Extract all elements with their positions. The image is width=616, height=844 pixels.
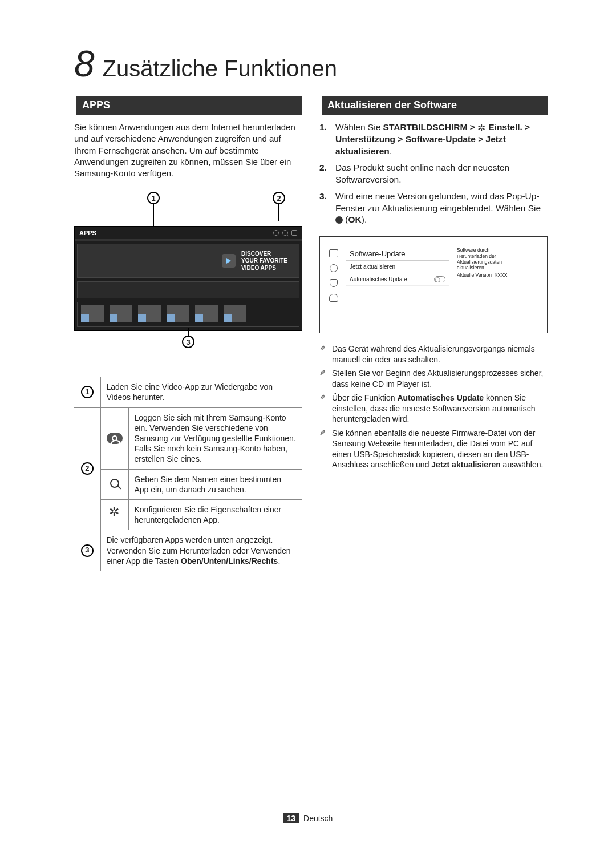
sw-desc-l3: Aktualisierungsdaten bbox=[457, 259, 541, 265]
notes-list: Das Gerät während des Aktualisierungsvor… bbox=[319, 344, 548, 470]
note4-bold: Jetzt aktualisieren bbox=[431, 460, 500, 469]
broadcast-icon[interactable] bbox=[330, 279, 338, 287]
legend-row-1: Laden Sie eine Video-App zur Wiedergabe … bbox=[100, 377, 302, 407]
note4-post: auswählen. bbox=[501, 460, 544, 469]
page-footer: 13 Deutsch bbox=[0, 813, 616, 823]
gear-icon bbox=[110, 508, 120, 519]
update-steps: Wählen Sie STARTBILDSCHIRM > Einstell. >… bbox=[319, 122, 548, 226]
cloud-icon[interactable] bbox=[329, 294, 338, 302]
note-3: Über die Funktion Automatisches Update k… bbox=[319, 393, 548, 424]
featured-line1: DISCOVER bbox=[241, 251, 271, 257]
app-tile[interactable] bbox=[138, 305, 161, 322]
search-icon[interactable] bbox=[282, 230, 288, 236]
apps-intro: Sie können Anwendungen aus dem Internet … bbox=[74, 122, 302, 179]
step3-post: ). bbox=[362, 215, 367, 224]
sw-desc-l4: aktualisieren bbox=[457, 265, 541, 270]
step1-pre: Wählen Sie bbox=[335, 122, 383, 132]
legend-num-2: 2 bbox=[81, 462, 94, 475]
section-heading-apps: APPS bbox=[74, 96, 302, 115]
callout-1: 1 bbox=[147, 192, 160, 204]
apps-screenshot: APPS DISCOVER YOUR FAVORITE VIDEO APPS bbox=[74, 226, 302, 331]
chapter-header: 8 Zusätzliche Funktionen bbox=[74, 46, 548, 82]
leader-line bbox=[278, 204, 279, 221]
sw-list-title: Software-Update bbox=[346, 247, 449, 261]
legend-row-3-post: . bbox=[278, 556, 280, 566]
sw-item-update-now[interactable]: Jetzt aktualisieren bbox=[346, 261, 449, 273]
settings-list: Software-Update Jetzt aktualisieren Auto… bbox=[346, 247, 449, 302]
sound-icon[interactable] bbox=[330, 264, 338, 272]
step3-pre: Wird eine neue Version gefunden, wird da… bbox=[335, 191, 541, 213]
sw-desc-l2: Herunterladen der bbox=[457, 253, 541, 259]
legend-row-2c: Konfigurieren Sie die Eigenschaften eine… bbox=[128, 499, 302, 530]
enter-icon bbox=[335, 216, 343, 224]
callout-2: 2 bbox=[273, 192, 285, 204]
section-heading-software: Aktualisieren der Software bbox=[319, 96, 548, 115]
chapter-title: Zusätzliche Funktionen bbox=[103, 56, 337, 82]
step1-bold1: STARTBILDSCHIRM > bbox=[383, 122, 477, 132]
sw-desc-l1: Software durch bbox=[457, 247, 541, 253]
gear-icon bbox=[477, 123, 486, 131]
app-tile[interactable] bbox=[81, 305, 104, 322]
sw-version-value: XXXX bbox=[495, 272, 508, 278]
user-icon[interactable] bbox=[273, 230, 279, 236]
settings-sidebar bbox=[326, 247, 342, 302]
featured-line2: YOUR FAVORITE bbox=[241, 257, 287, 264]
software-update-panel: Software-Update Jetzt aktualisieren Auto… bbox=[319, 236, 548, 333]
app-tile[interactable] bbox=[110, 305, 132, 322]
app-tiles bbox=[77, 302, 299, 327]
page-number: 13 bbox=[283, 813, 299, 823]
sw-item-auto-update[interactable]: Automatisches Update bbox=[346, 273, 449, 286]
legend-num-1: 1 bbox=[81, 386, 94, 398]
leader-line bbox=[188, 328, 189, 336]
featured-line3: VIDEO APPS bbox=[241, 265, 276, 271]
step-1: Wählen Sie STARTBILDSCHIRM > Einstell. >… bbox=[319, 122, 548, 158]
note3-pre: Über die Funktion bbox=[332, 393, 397, 402]
apps-title: APPS bbox=[79, 229, 96, 236]
gear-icon[interactable] bbox=[291, 230, 297, 236]
sw-item1-label: Jetzt aktualisieren bbox=[350, 264, 395, 270]
featured-banner[interactable]: DISCOVER YOUR FAVORITE VIDEO APPS bbox=[77, 244, 299, 278]
legend-row-2a: Loggen Sie sich mit Ihrem Samsung-Konto … bbox=[128, 407, 302, 469]
legend-row-3-bold: Oben/Unten/Links/Rechts bbox=[181, 556, 278, 566]
legend-row-2b: Geben Sie dem Namen einer bestimmten App… bbox=[128, 469, 302, 499]
legend-table: 1 Laden Sie eine Video-App zur Wiedergab… bbox=[74, 377, 302, 571]
callout-3: 3 bbox=[182, 336, 194, 348]
chapter-number: 8 bbox=[74, 46, 95, 82]
step-3: Wird eine neue Version gefunden, wird da… bbox=[319, 191, 548, 227]
note3-bold: Automatisches Update bbox=[397, 393, 484, 402]
app-row[interactable] bbox=[77, 281, 299, 298]
step3-ok: OK bbox=[348, 215, 361, 224]
sw-item2-label: Automatisches Update bbox=[350, 276, 407, 282]
legend-num-3: 3 bbox=[81, 544, 94, 557]
page-language: Deutsch bbox=[303, 814, 333, 823]
app-tile[interactable] bbox=[224, 305, 246, 322]
note-1: Das Gerät während des Aktualisierungsvor… bbox=[319, 344, 548, 365]
step1-post: . bbox=[390, 146, 392, 156]
note-2: Stellen Sie vor Beginn des Aktualisierun… bbox=[319, 368, 548, 389]
apps-figure: 1 2 APPS bbox=[74, 192, 302, 354]
app-tile[interactable] bbox=[195, 305, 218, 322]
legend-row-3: Die verfügbaren Apps werden unten angeze… bbox=[100, 530, 302, 571]
play-icon bbox=[222, 254, 236, 268]
toggle-icon[interactable] bbox=[434, 276, 445, 282]
sw-description: Software durch Herunterladen der Aktuali… bbox=[453, 247, 541, 302]
user-icon bbox=[107, 433, 123, 444]
picture-icon[interactable] bbox=[329, 249, 338, 257]
note-4: Sie können ebenfalls die neueste Firmwar… bbox=[319, 428, 548, 470]
search-icon bbox=[110, 479, 119, 488]
app-tile[interactable] bbox=[167, 305, 189, 322]
step-2: Das Produkt sucht online nach der neuest… bbox=[319, 162, 548, 186]
sw-version-label: Aktuelle Version bbox=[457, 272, 492, 278]
